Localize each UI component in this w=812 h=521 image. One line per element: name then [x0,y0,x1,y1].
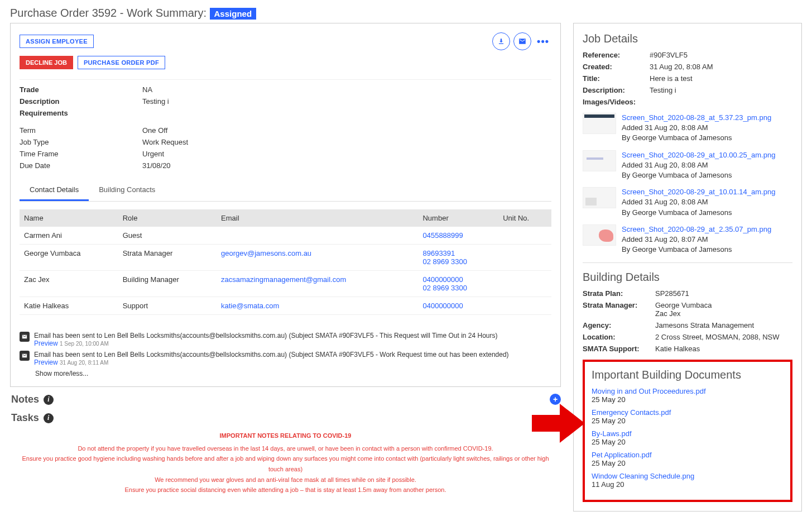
jd-title-label: Title: [583,74,650,83]
job-type-label: Job Type [20,138,142,146]
tasks-heading: Tasks i [10,412,561,424]
preview-link[interactable]: Preview [34,340,58,347]
covid-line: Ensure you practice good hygiene includi… [16,453,555,474]
building-details-heading: Building Details [583,271,792,284]
covid-notice: IMPORTANT NOTES RELATING TO COVID-19 Do … [10,427,561,503]
tab-contact-details[interactable]: Contact Details [20,180,89,201]
email-link[interactable]: zacsamazingmanagement@gmail.com [221,275,346,284]
document-item: Window Cleaning Schedule.png11 Aug 20 [592,472,784,489]
term-label: Term [20,126,142,135]
requirements-label: Requirements [20,109,142,117]
thumbnail[interactable] [583,150,616,171]
log-item: Email has been sent to Len Bell Bells Lo… [20,332,551,347]
attachment-link[interactable]: Screen_Shot_2020-08-29_at_10.01.14_am.pn… [622,187,792,197]
due-date-label: Due Date [20,161,142,170]
preview-link[interactable]: Preview [34,359,58,366]
table-row: Katie HalkeasSupportkatie@smata.com04000… [20,297,551,315]
info-icon[interactable]: i [44,413,54,423]
strata-manager-label: Strata Manager: [583,301,655,318]
jd-desc-label: Description: [583,86,650,94]
document-link[interactable]: Moving in and Out Proceedures.pdf [592,387,784,395]
jd-title-value: Here is a test [650,74,792,83]
title-prefix: Purchase Order 3592 - Work Summary: [10,7,210,19]
reference-label: Reference: [583,51,650,59]
document-item: Emergency Contacts.pdf25 May 20 [592,408,784,425]
phone-link[interactable]: 0455888999 [422,231,463,240]
phone-link[interactable]: 89693391 [422,249,455,257]
attachment-row: Screen_Shot_2020-08-28_at_5.37.23_pm.png… [583,113,792,144]
info-icon[interactable]: i [44,395,54,405]
created-value: 31 Aug 20, 8:08 AM [650,63,792,71]
trade-value: NA [142,85,551,94]
log-item: Email has been sent to Len Bell Bells Lo… [20,351,551,366]
arrow-icon [532,401,585,446]
important-docs-heading: Important Building Documents [592,369,784,381]
attachment-row: Screen_Shot_2020-08-29_at_2.35.07_pm.png… [583,224,792,255]
th-name: Name [20,209,118,227]
table-row: George VumbacaStrata Managergeorgev@jame… [20,245,551,271]
thumbnail[interactable] [583,224,616,246]
tab-building-contacts[interactable]: Building Contacts [89,180,165,201]
table-row: Zac JexBuilding Managerzacsamazingmanage… [20,271,551,297]
document-link[interactable]: Pet Application.pdf [592,451,784,459]
support-label: SMATA Support: [583,345,655,353]
attachment-link[interactable]: Screen_Shot_2020-08-29_at_10.00.25_am.pn… [622,150,792,160]
show-more-link[interactable]: Show more/less... [35,370,551,377]
email-link[interactable]: katie@smata.com [221,302,279,310]
attachment-link[interactable]: Screen_Shot_2020-08-28_at_5.37.23_pm.png [622,113,792,123]
assign-employee-button[interactable]: ASSIGN EMPLOYEE [20,35,94,48]
trade-label: Trade [20,85,142,94]
attachment-row: Screen_Shot_2020-08-29_at_10.00.25_am.pn… [583,150,792,181]
thumbnail[interactable] [583,113,616,134]
th-unit: Unit No. [498,209,551,227]
document-link[interactable]: By-Laws.pdf [592,429,784,438]
reference-value: #90F3VLF5 [650,51,792,59]
covid-line: Do not attend the property if you have t… [16,443,555,454]
phone-link[interactable]: 02 8969 3300 [422,257,467,266]
more-icon[interactable]: ••• [535,36,551,47]
jd-desc-value: Testing i [650,86,792,94]
requirements-value [142,109,551,117]
description-value: Testing i [142,97,551,106]
created-label: Created: [583,63,650,71]
due-date-value: 31/08/20 [142,161,551,170]
location-value: 2 Cross Street, MOSMAN, 2088, NSW [655,333,792,341]
decline-job-button[interactable]: DECLINE JOB [20,56,73,69]
purchase-order-pdf-button[interactable]: PURCHASE ORDER PDF [78,56,165,69]
phone-link[interactable]: 02 8969 3300 [422,284,467,292]
strata-manager-value: George Vumbaca Zac Jex [655,301,792,318]
phone-link[interactable]: 0400000000 [422,302,463,310]
description-label: Description [20,97,142,106]
covid-heading: IMPORTANT NOTES RELATING TO COVID-19 [16,431,555,441]
download-icon[interactable] [492,32,510,50]
attachment-row: Screen_Shot_2020-08-29_at_10.01.14_am.pn… [583,187,792,218]
envelope-icon [20,351,30,361]
thumbnail[interactable] [583,187,616,208]
time-frame-label: Time Frame [20,150,142,158]
document-link[interactable]: Emergency Contacts.pdf [592,408,784,417]
term-value: One Off [142,126,551,135]
contacts-table: Name Role Email Number Unit No. Carmen A… [20,209,551,315]
attachment-link[interactable]: Screen_Shot_2020-08-29_at_2.35.07_pm.png [622,224,792,235]
svg-marker-0 [532,404,585,443]
th-email: Email [217,209,418,227]
strata-plan-value: SP285671 [655,289,792,298]
email-link[interactable]: georgev@jamesons.com.au [221,249,311,257]
envelope-icon [20,332,30,342]
agency-label: Agency: [583,321,655,329]
document-item: Pet Application.pdf25 May 20 [592,451,784,467]
th-role: Role [118,209,217,227]
covid-line: We recommend you wear gloves and an anti… [16,475,555,485]
document-item: Moving in and Out Proceedures.pdf25 May … [592,387,784,404]
images-label: Images/Videos: [583,98,650,106]
job-details-heading: Job Details [583,32,792,45]
page-title: Purchase Order 3592 - Work Summary: Assi… [0,0,812,23]
document-item: By-Laws.pdf25 May 20 [592,429,784,446]
table-row: Carmen AniGuest0455888999 [20,227,551,245]
location-label: Location: [583,333,655,341]
phone-link[interactable]: 0400000000 [422,275,463,284]
document-link[interactable]: Window Cleaning Schedule.png [592,472,784,480]
notes-heading: Notes i [10,394,550,405]
covid-line: Ensure you practice social distancing ev… [16,485,555,495]
mail-icon[interactable] [513,32,531,50]
